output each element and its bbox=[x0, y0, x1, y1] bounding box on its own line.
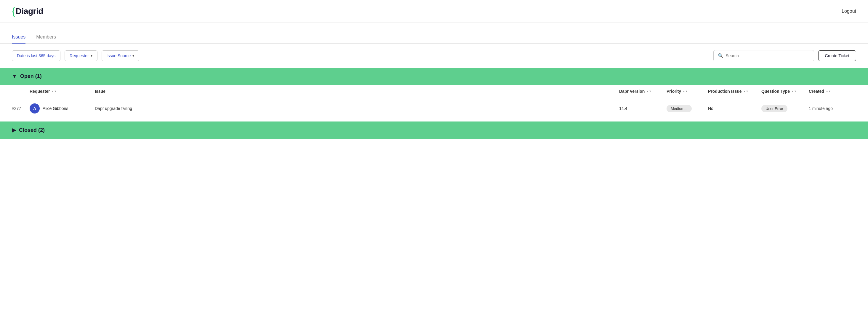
col-header-issue: Issue bbox=[95, 89, 619, 94]
issue-source-filter-button[interactable]: Issue Source ▾ bbox=[102, 50, 140, 61]
create-ticket-button[interactable]: Create Ticket bbox=[818, 50, 856, 61]
tab-members[interactable]: Members bbox=[36, 31, 56, 43]
tab-navigation: Issues Members bbox=[0, 31, 868, 43]
issue-text: Dapr upgrade failing bbox=[95, 106, 619, 111]
col-header-production-issue[interactable]: Production Issue ▲▼ bbox=[708, 89, 761, 94]
open-section-header[interactable]: ▼ Open (1) bbox=[0, 68, 868, 85]
search-input[interactable] bbox=[726, 53, 810, 58]
col-header-id bbox=[12, 89, 30, 94]
tab-issues[interactable]: Issues bbox=[12, 31, 26, 43]
closed-section-header[interactable]: ▶ Closed (2) bbox=[0, 121, 868, 139]
issue-source-label: Issue Source bbox=[107, 53, 131, 58]
table-row[interactable]: #277 A Alice Gibbons Dapr upgrade failin… bbox=[12, 98, 856, 119]
requester-chevron-icon: ▾ bbox=[91, 54, 92, 58]
requester-filter-button[interactable]: Requester ▾ bbox=[65, 50, 97, 61]
question-type-value: User Error bbox=[761, 105, 809, 112]
logo-bracket: { bbox=[12, 5, 15, 17]
priority-value: Medium... bbox=[666, 105, 708, 112]
logout-button[interactable]: Logout bbox=[842, 8, 856, 14]
question-type-sort-icon: ▲▼ bbox=[791, 90, 797, 93]
issue-source-chevron-icon: ▾ bbox=[132, 54, 134, 58]
logo-text: Diagrid bbox=[16, 6, 43, 16]
production-issue-sort-icon: ▲▼ bbox=[743, 90, 749, 93]
requester-cell: A Alice Gibbons bbox=[30, 104, 95, 114]
dapr-version-value: 14.4 bbox=[619, 106, 666, 111]
created-value: 1 minute ago bbox=[809, 106, 856, 111]
closed-section-label: Closed (2) bbox=[19, 127, 45, 134]
requester-filter-label: Requester bbox=[70, 53, 89, 58]
priority-sort-icon: ▲▼ bbox=[683, 90, 688, 93]
logo: { Diagrid bbox=[12, 5, 43, 17]
col-header-dapr-version[interactable]: Dapr Version ▲▼ bbox=[619, 89, 666, 94]
priority-badge: Medium... bbox=[666, 105, 692, 112]
date-filter-button[interactable]: Date is last 365 days bbox=[12, 50, 60, 61]
production-issue-value: No bbox=[708, 106, 761, 111]
app-header: { Diagrid Logout bbox=[0, 0, 868, 23]
toolbar: Date is last 365 days Requester ▾ Issue … bbox=[0, 43, 868, 68]
created-sort-icon: ▲▼ bbox=[826, 90, 831, 93]
date-filter-label: Date is last 365 days bbox=[17, 53, 55, 58]
issues-table: Requester ▲▼ Issue Dapr Version ▲▼ Prior… bbox=[0, 85, 868, 119]
requester-sort-icon: ▲▼ bbox=[51, 90, 57, 93]
open-section-toggle-icon: ▼ bbox=[12, 73, 17, 80]
col-header-priority[interactable]: Priority ▲▼ bbox=[666, 89, 708, 94]
col-header-question-type[interactable]: Question Type ▲▼ bbox=[761, 89, 809, 94]
search-icon: 🔍 bbox=[718, 53, 723, 58]
open-section-label: Open (1) bbox=[20, 73, 42, 80]
search-container: 🔍 bbox=[713, 50, 814, 61]
col-header-requester[interactable]: Requester ▲▼ bbox=[30, 89, 95, 94]
avatar: A bbox=[30, 104, 40, 114]
table-header-row: Requester ▲▼ Issue Dapr Version ▲▼ Prior… bbox=[12, 85, 856, 98]
requester-name: Alice Gibbons bbox=[43, 106, 68, 111]
question-type-badge: User Error bbox=[761, 105, 787, 112]
dapr-version-sort-icon: ▲▼ bbox=[646, 90, 651, 93]
closed-section-toggle-icon: ▶ bbox=[12, 127, 16, 134]
ticket-id: #277 bbox=[12, 106, 30, 111]
col-header-created[interactable]: Created ▲▼ bbox=[809, 89, 856, 94]
